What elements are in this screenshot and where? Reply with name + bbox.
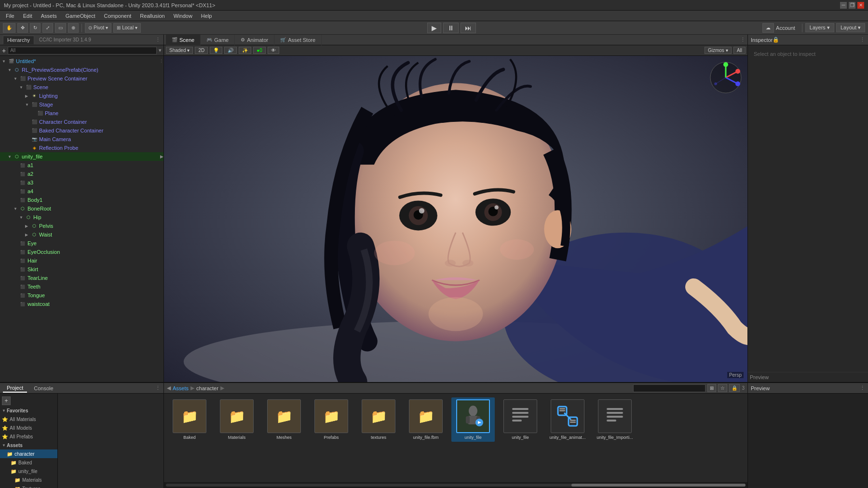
tab-scene[interactable]: 🎬 Scene	[166, 35, 201, 45]
viewport-canvas[interactable]: Persp	[164, 56, 747, 382]
tree-item-stage[interactable]: ⬛ Stage	[0, 100, 163, 109]
menu-assets[interactable]: Assets	[37, 12, 61, 20]
tree-item-a4[interactable]: ⬛ a4	[0, 187, 163, 196]
tree-item-main-camera[interactable]: 📷 Main Camera	[0, 135, 163, 144]
asset-prefabs[interactable]: 📁 Prefabs	[310, 397, 353, 442]
tree-item-lighting[interactable]: ☀ Lighting	[0, 92, 163, 100]
hierarchy-add-icon[interactable]: +	[2, 47, 6, 54]
asset-textures[interactable]: 📁 textures	[357, 397, 400, 442]
minimize-button[interactable]: ─	[840, 2, 847, 9]
console-tab[interactable]: Console	[30, 384, 57, 392]
tree-item-waist[interactable]: ⬡ Waist	[0, 230, 163, 239]
tool-move[interactable]: ✥	[17, 23, 28, 33]
fx-toggle[interactable]: ✨	[239, 47, 251, 54]
materials-sub-item[interactable]: 📁 Materials	[0, 475, 57, 484]
all-models-item[interactable]: ⭐ All Models	[0, 423, 57, 432]
untitled-options[interactable]: ⋮	[159, 59, 163, 64]
asset-unity-file-anim[interactable]: unity_file_animat...	[546, 397, 589, 442]
asset-search[interactable]	[633, 384, 705, 392]
tree-item-reflection-probe[interactable]: ◈ Reflection Probe	[0, 144, 163, 152]
tree-item-skirt[interactable]: ⬛ Skirt	[0, 265, 163, 274]
pause-button[interactable]: ⏸	[443, 23, 459, 33]
stats-toggle[interactable]: ●0	[253, 47, 266, 54]
all-prefabs-item[interactable]: ⭐ All Prefabs	[0, 432, 57, 441]
layers-button[interactable]: Layers ▾	[805, 23, 834, 32]
step-button[interactable]: ⏭	[461, 23, 476, 33]
assets-crumb[interactable]: Assets	[173, 385, 189, 391]
gizmos-dropdown[interactable]: Gizmos ▾	[705, 47, 732, 54]
asset-unity-file-model[interactable]: unity_file	[451, 397, 495, 442]
tree-item-a3[interactable]: ⬛ a3	[0, 178, 163, 187]
tree-item-preview-container[interactable]: ⬛ Preview Scene Container	[0, 74, 163, 83]
tree-item-untitled[interactable]: 🎬 Untitled* ⋮	[0, 57, 163, 66]
hierarchy-search[interactable]	[8, 47, 157, 54]
tree-item-tongue[interactable]: ⬛ Tongue	[0, 291, 163, 300]
hierarchy-tab[interactable]: Hierarchy	[3, 36, 34, 44]
preview-options[interactable]: ⋮	[860, 385, 865, 391]
tool-combined[interactable]: ⊕	[68, 23, 79, 33]
asset-materials[interactable]: 📁 Materials	[215, 397, 258, 442]
tree-item-scene[interactable]: ⬛ Scene	[0, 83, 163, 92]
asset-unity-file-asset[interactable]: unity_file	[499, 397, 542, 442]
menu-file[interactable]: File	[2, 12, 18, 20]
local-button[interactable]: ⊞ Local ▾	[113, 23, 141, 33]
asset-fbm[interactable]: 📁 unity_file.fbm	[404, 397, 448, 442]
lighting-toggle[interactable]: 💡	[210, 47, 222, 54]
asset-scrollbar[interactable]	[164, 482, 747, 488]
menu-component[interactable]: Component	[100, 12, 135, 20]
shading-dropdown[interactable]: Shaded ▾	[166, 47, 193, 54]
character-crumb[interactable]: character	[196, 385, 218, 391]
menu-reallusion[interactable]: Reallusion	[136, 12, 168, 20]
play-button[interactable]: ▶	[427, 23, 441, 33]
pivot-button[interactable]: ⊙ Pivot ▾	[85, 23, 111, 33]
project-tab[interactable]: Project	[3, 384, 27, 393]
hierarchy-search-options[interactable]: ▾	[159, 47, 162, 53]
character-folder-item[interactable]: 📁 character	[0, 449, 57, 458]
tree-item-hair[interactable]: ⬛ Hair	[0, 256, 163, 265]
tab-animator[interactable]: ⚙ Animator	[235, 35, 274, 45]
asset-view-btn-2[interactable]: ☆	[718, 384, 727, 392]
inspector-options[interactable]: ⋮	[860, 37, 865, 43]
viewport-options[interactable]: ⋮	[740, 37, 746, 43]
tree-item-body1[interactable]: ⬛ Body1	[0, 196, 163, 204]
tree-item-a1[interactable]: ⬛ a1	[0, 161, 163, 170]
textures-sub-item[interactable]: 📁 Textures	[0, 484, 57, 488]
tree-item-hip[interactable]: ⬡ Hip	[0, 213, 163, 222]
scrollbar-thumb[interactable]	[571, 484, 746, 487]
tree-item-waistcoat[interactable]: ⬛ waistcoat	[0, 300, 163, 308]
tree-item-baked-char-container[interactable]: ⬛ Baked Character Container	[0, 126, 163, 135]
tab-asset-store[interactable]: 🛒 Asset Store	[274, 35, 322, 45]
unity-file-folder-item[interactable]: 📁 unity_file	[0, 467, 57, 475]
tool-hand[interactable]: ✋	[3, 23, 15, 33]
lock-icon[interactable]: 🔒	[773, 37, 779, 43]
tree-item-eyeocclusion[interactable]: ⬛ EyeOcclusion	[0, 248, 163, 256]
menu-gameobject[interactable]: GameObject	[62, 12, 99, 20]
restore-button[interactable]: ❐	[849, 2, 855, 9]
tree-item-tearline[interactable]: ⬛ TearLine	[0, 274, 163, 282]
asset-view-btn-3[interactable]: 🔒	[729, 384, 740, 392]
collab-button[interactable]: ☁	[762, 23, 774, 33]
all-layers-btn[interactable]: All	[733, 47, 746, 54]
tool-rotate[interactable]: ↻	[30, 23, 41, 33]
2d-toggle[interactable]: 2D	[195, 47, 208, 54]
asset-meshes[interactable]: 📁 Meshes	[262, 397, 306, 442]
tree-item-pelvis[interactable]: ⬡ Pelvis	[0, 222, 163, 230]
menu-help[interactable]: Help	[197, 12, 216, 20]
asset-unity-file-import[interactable]: unity_file_Importi...	[593, 397, 637, 442]
layout-button[interactable]: Layout ▾	[836, 23, 865, 32]
tool-rect[interactable]: ▭	[55, 23, 66, 33]
menu-window[interactable]: Window	[170, 12, 196, 20]
asset-view-btn-1[interactable]: ⊞	[707, 384, 716, 392]
project-add-button[interactable]: +	[2, 396, 11, 405]
tree-item-rl-preview[interactable]: ⬡ RL_PreviewScenePrefab(Clone)	[0, 66, 163, 74]
audio-toggle[interactable]: 🔊	[224, 47, 237, 54]
project-options[interactable]: ⋮	[155, 385, 161, 391]
all-materials-item[interactable]: ⭐ All Materials	[0, 415, 57, 423]
tab-game[interactable]: 🎮 Game	[201, 35, 235, 45]
viewport-gizmo[interactable]	[709, 61, 743, 94]
baked-folder-item[interactable]: 📁 Baked	[0, 458, 57, 467]
tree-item-teeth[interactable]: ⬛ Teeth	[0, 282, 163, 291]
tool-scale[interactable]: ⤢	[42, 23, 53, 33]
tree-item-a2[interactable]: ⬛ a2	[0, 170, 163, 178]
tree-item-character-container[interactable]: ⬛ Character Container	[0, 118, 163, 126]
